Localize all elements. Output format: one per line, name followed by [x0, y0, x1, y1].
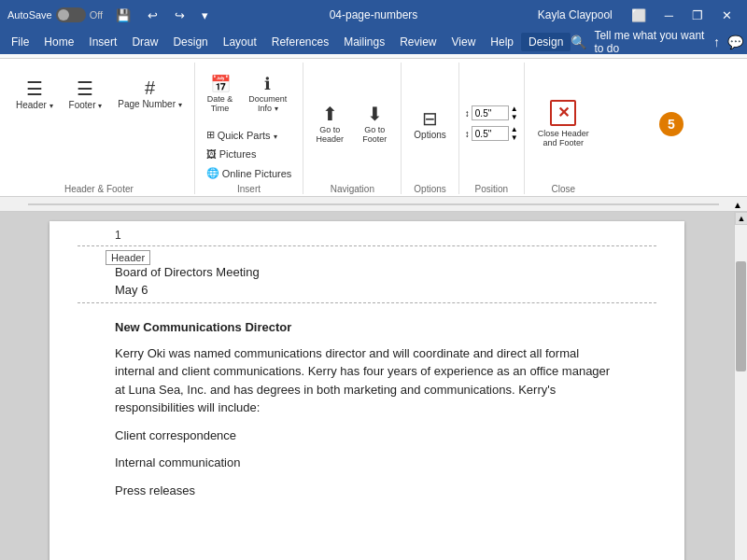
options-icon: ⊟ — [422, 107, 438, 130]
scrollbar-track[interactable] — [735, 225, 747, 560]
go-to-header-label: Go toHeader — [317, 125, 345, 144]
header-pos-icon: ↕ — [465, 108, 470, 119]
pictures-label: Pictures — [219, 148, 257, 160]
header-area[interactable]: Header Board of Directors Meeting May 6 — [78, 245, 656, 303]
go-to-footer-button[interactable]: ⬇ Go toFooter — [354, 94, 395, 152]
menu-design[interactable]: Design — [165, 33, 215, 51]
header-label-tag: Header — [106, 250, 150, 265]
ribbon-content: ☰ Header ▾ ☰ Footer ▾ # Page Number ▾ He… — [0, 58, 747, 196]
options-button[interactable]: ⊟ Options — [407, 94, 452, 152]
list-item-1: Client correspondence — [115, 427, 619, 445]
page-number-value: 1 — [115, 229, 121, 242]
user-name: Kayla Claypool — [538, 8, 613, 21]
window-close-button[interactable]: ✕ — [714, 5, 740, 26]
footer-position-input: ↕ ▲ ▼ — [465, 125, 518, 142]
autosave-area: AutoSave Off — [7, 7, 103, 22]
footer-pos-up[interactable]: ▲ — [511, 125, 518, 133]
go-to-header-icon: ⬆ — [322, 103, 338, 125]
list-item-2: Internal communication — [115, 454, 619, 472]
comment-icon[interactable]: 💬 — [727, 35, 743, 49]
ribbon: ☰ Header ▾ ☰ Footer ▾ # Page Number ▾ He… — [0, 54, 747, 197]
insert-row1: 📅 Date &Time ℹ DocumentInfo ▾ — [201, 64, 298, 122]
close-header-footer-button[interactable]: ✕ Close Headerand Footer — [530, 94, 597, 152]
menu-help[interactable]: Help — [483, 33, 521, 51]
group-label-navigation: Navigation — [331, 182, 374, 194]
document-info-label: DocumentInfo ▾ — [248, 94, 287, 113]
autosave-toggle[interactable] — [56, 7, 86, 22]
ribbon-group-header-footer: ☰ Header ▾ ☰ Footer ▾ # Page Number ▾ He… — [4, 63, 195, 194]
menu-design-tab[interactable]: Design — [521, 33, 571, 51]
header-pos-up[interactable]: ▲ — [511, 105, 518, 113]
redo-button[interactable]: ↪ — [167, 5, 192, 26]
title-bar: AutoSave Off 💾 ↩ ↪ ▾ 04-page-numbers Kay… — [0, 0, 747, 30]
list-item-3: Press releases — [115, 482, 619, 500]
title-bar-left: AutoSave Off 💾 ↩ ↪ ▾ — [7, 5, 216, 26]
ruler: ▲ — [0, 197, 747, 212]
menu-draw[interactable]: Draw — [124, 33, 165, 51]
header-button[interactable]: ☰ Header ▾ — [9, 64, 60, 122]
ruler-scroll-arrow[interactable]: ▲ — [730, 197, 745, 212]
group-label-insert: Insert — [237, 182, 261, 194]
document-page: 1 Header Board of Directors Meeting May … — [49, 221, 684, 560]
pictures-icon: 🖼 — [206, 148, 217, 160]
online-pictures-button[interactable]: 🌐 Online Pictures — [201, 164, 298, 182]
quick-parts-button[interactable]: ⊞ Quick Parts ▾ — [201, 126, 283, 144]
title-bar-right: Kayla Claypool ⬜ ─ ❐ ✕ — [538, 5, 740, 26]
menu-bar: File Home Insert Draw Design Layout Refe… — [0, 30, 747, 54]
menu-file[interactable]: File — [4, 33, 36, 51]
document-info-icon: ℹ — [264, 74, 271, 94]
go-to-header-button[interactable]: ⬆ Go toHeader — [309, 94, 350, 152]
scrollbar-up[interactable]: ▲ — [735, 212, 747, 225]
header-pos-down[interactable]: ▼ — [511, 113, 518, 121]
menu-layout[interactable]: Layout — [216, 33, 264, 51]
menu-references[interactable]: References — [264, 33, 336, 51]
header-pos-field[interactable] — [472, 105, 509, 120]
tell-me-label[interactable]: Tell me what you want to do — [594, 29, 706, 55]
footer-icon: ☰ — [77, 77, 93, 100]
undo-button[interactable]: ↩ — [140, 5, 165, 26]
undo-redo-group: 💾 ↩ ↪ ▾ — [108, 5, 216, 26]
footer-label: Footer ▾ — [69, 100, 103, 110]
vertical-scrollbar[interactable]: ▲ ▼ — [734, 212, 747, 560]
date-time-button[interactable]: 📅 Date &Time — [201, 64, 240, 122]
go-to-footer-icon: ⬇ — [367, 103, 383, 125]
search-icon[interactable]: 🔍 — [571, 35, 586, 49]
footer-pos-field[interactable] — [472, 126, 509, 141]
insert-row2: ⊞ Quick Parts ▾ — [201, 126, 298, 144]
menu-view[interactable]: View — [444, 33, 484, 51]
header-line2: May 6 — [115, 279, 619, 297]
body-paragraph[interactable]: Kerry Oki was named communications direc… — [115, 344, 619, 417]
group-label-close: Close — [551, 182, 575, 194]
footer-pos-down[interactable]: ▼ — [511, 133, 518, 142]
autosave-state: Off — [90, 9, 103, 21]
page-number-button[interactable]: # Page Number ▾ — [111, 64, 188, 122]
date-time-icon: 📅 — [210, 74, 231, 94]
header-icon: ☰ — [26, 77, 43, 100]
header-label: Header ▾ — [16, 100, 53, 110]
group-label-header-footer: Header & Footer — [64, 182, 134, 194]
minimize-button[interactable]: ─ — [657, 5, 681, 26]
close-header-footer-label: Close Headerand Footer — [538, 129, 589, 147]
pictures-button[interactable]: 🖼 Pictures — [201, 146, 262, 162]
document-body: New Communications Director Kerry Oki wa… — [49, 303, 684, 524]
footer-button[interactable]: ☰ Footer ▾ — [63, 64, 109, 122]
save-button[interactable]: 💾 — [108, 5, 138, 26]
page-number-icon: # — [145, 77, 155, 99]
document-scroll[interactable]: 1 Header Board of Directors Meeting May … — [0, 212, 734, 560]
page-number-display: 1 — [49, 221, 684, 245]
page-number-label: Page Number ▾ — [118, 99, 181, 109]
footer-pos-icon: ↕ — [465, 129, 470, 139]
ribbon-display-button[interactable]: ⬜ — [624, 5, 654, 26]
document-info-button[interactable]: ℹ DocumentInfo ▾ — [242, 64, 293, 122]
customize-button[interactable]: ▾ — [194, 5, 216, 26]
menu-insert[interactable]: Insert — [81, 33, 124, 51]
menu-mailings[interactable]: Mailings — [336, 33, 392, 51]
share-icon[interactable]: ↑ — [713, 35, 720, 49]
menu-review[interactable]: Review — [392, 33, 444, 51]
close-header-footer-icon: ✕ — [550, 100, 576, 126]
menu-home[interactable]: Home — [36, 33, 81, 51]
restore-button[interactable]: ❐ — [684, 5, 711, 26]
scrollbar-thumb[interactable] — [736, 261, 746, 371]
autosave-label: AutoSave — [7, 9, 52, 21]
step-badge: 5 — [659, 112, 684, 136]
